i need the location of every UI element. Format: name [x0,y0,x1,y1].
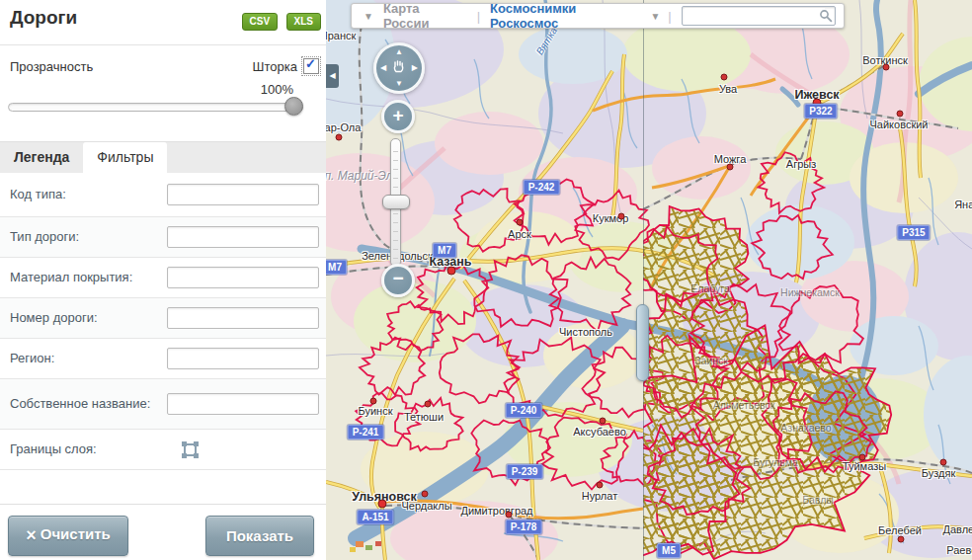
separator: | [668,9,671,24]
curtain-checkbox[interactable] [303,58,319,74]
filter-input[interactable] [167,307,319,329]
filter-input[interactable] [167,226,319,248]
filters-form: Код типа:Тип дороги:Материал покрытия:Но… [0,173,326,470]
filter-label: Собственное название: [0,396,164,412]
map-pan-control[interactable]: ▲ ▼ ◀ ▶ [373,42,425,94]
clear-button[interactable]: ×Очистить [8,516,128,556]
search-icon[interactable] [819,9,833,23]
map-backdrop [326,0,972,560]
map-viewport[interactable]: ЯранскЙошкар-ОлаЗеленодольскКазаньАрскКу… [326,0,972,560]
page-title: Дороги [10,7,77,29]
filter-row: Собственное название: [0,379,326,430]
map-search-box [682,6,836,26]
chevron-down-icon[interactable]: ▼ [650,11,660,22]
opacity-slider-handle[interactable] [284,97,303,116]
active-layer-link[interactable]: Космоснимки Роскосмос [490,1,640,31]
map-search-input[interactable] [685,8,825,24]
panel-collapse-button[interactable]: ◀ [326,64,339,88]
hand-icon [390,58,407,75]
roads-panel: Дороги CSV XLS Прозрачность Шторка 100% … [0,0,326,560]
opacity-value: 100% [261,82,293,97]
filter-label: Границы слоя: [0,441,164,457]
filter-label: Код типа: [0,187,164,202]
separator: | [477,9,480,24]
layer-switcher-bar: ▼ Карта России | Космоснимки Роскосмос ▼… [351,3,845,29]
tab-filters[interactable]: Фильтры [83,142,167,173]
filter-label: Номер дороги: [0,310,164,326]
clear-x-icon: × [26,525,37,545]
filter-label: Регион: [0,351,164,366]
transparency-label: Прозрачность [10,59,93,74]
export-csv-button[interactable]: CSV [242,13,279,31]
filter-input[interactable] [167,184,319,205]
roads-gis-app: Дороги CSV XLS Прозрачность Шторка 100% … [0,0,972,560]
export-xls-button[interactable]: XLS [286,13,321,31]
filter-row: Номер дороги: [0,298,326,339]
filter-label: Материал покрытия: [0,270,164,285]
pan-down-icon[interactable]: ▼ [395,80,403,88]
filter-row: Границы слоя: [0,430,326,470]
export-buttons: CSV XLS [238,11,321,31]
filter-row: Материал покрытия: [0,258,326,298]
zoom-out-button[interactable]: − [381,264,415,297]
tab-legend[interactable]: Легенда [0,142,83,173]
opacity-slider-track[interactable] [8,103,303,112]
curtain-divider [643,0,644,560]
filter-label: Тип дороги: [0,229,164,245]
pan-right-icon[interactable]: ▶ [412,64,418,72]
chevron-down-icon[interactable]: ▼ [364,11,373,22]
transparency-section: Прозрачность Шторка 100% [0,45,326,141]
filter-row: Регион: [0,339,326,379]
filter-row: Код типа: [0,173,326,217]
pan-left-icon[interactable]: ◀ [380,64,386,72]
base-layer-link[interactable]: Карта России [383,1,465,31]
filter-input[interactable] [167,348,319,369]
panel-header: Дороги CSV XLS [0,0,326,45]
filter-input[interactable] [167,393,319,415]
actions-bar: ×Очистить Показать [0,504,326,560]
curtain-control: Шторка [253,58,319,74]
pan-up-icon[interactable]: ▲ [395,48,403,56]
zoom-in-button[interactable]: + [381,100,415,133]
show-button[interactable]: Показать [205,516,314,556]
zoom-slider-handle[interactable] [382,195,410,209]
filter-row: Тип дороги: [0,217,326,258]
layer-bounds-icon[interactable] [182,441,199,458]
filter-input[interactable] [167,267,319,288]
panel-tabs: Легенда Фильтры [0,141,326,173]
curtain-label: Шторка [253,59,297,74]
curtain-drag-handle[interactable] [636,304,649,381]
